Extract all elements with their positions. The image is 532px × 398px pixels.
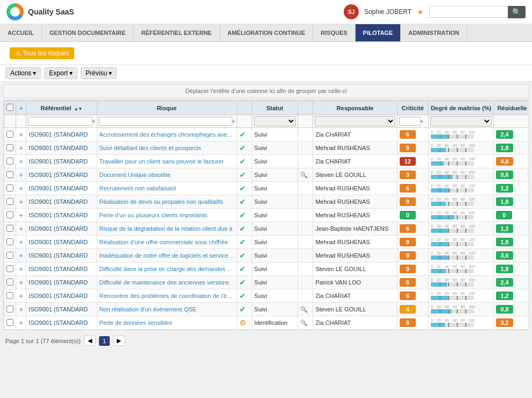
row-checkbox-0[interactable] [6,131,13,138]
filter-resp-select[interactable] [315,116,395,126]
filter-resid-cell [494,115,529,128]
export-button[interactable]: Export ▾ [44,67,77,79]
row-expand-4[interactable]: + [16,182,26,195]
th-residuelle: Résiduelle [494,101,529,115]
row-status-1: Suivi [252,141,297,155]
row-checkbox-4[interactable] [6,184,13,191]
nav-referentiel-externe[interactable]: RÉFÉRENTIEL EXTERNE [133,24,219,41]
row-expand-7[interactable]: + [16,222,26,236]
row-risk-13[interactable]: Non réalisation d'un événement QSE [97,303,237,316]
page-next-button[interactable]: ▶ [113,336,125,346]
row-expand-0[interactable]: + [16,128,26,141]
filter-statut-select[interactable]: Suivi Identification [254,116,296,126]
row-status-2: Suivi [252,155,297,168]
row-expand-13[interactable]: + [16,303,26,316]
magnifier-icon: 🔍 [300,319,308,326]
row-checkbox-14[interactable] [6,319,13,326]
check-icon: ✔ [239,157,246,166]
row-risk-10[interactable]: Difficulté dans la prise en charge des d… [97,262,237,276]
risk-badge[interactable]: ⚠ Tous les risques [10,47,74,59]
nav-gestion-doc[interactable]: GESTION DOCUMENTAIRE [42,24,134,41]
row-crit-4: 6 [397,182,428,195]
previsu-button[interactable]: Prévisu ▾ [81,67,117,79]
row-checkbox-12[interactable] [6,292,13,299]
row-maitrise-2: 020406080100 [428,155,493,168]
filter-crit-input[interactable] [399,117,421,126]
row-risk-1[interactable]: Suivi défaillant des clients et prospect… [97,141,237,155]
row-risk-11[interactable]: Difficulté de maintenance des anciennes … [97,276,237,289]
search-wrap: 🔍 [429,6,526,18]
sort-referentiel-icon[interactable]: ▲▼ [74,107,82,111]
row-checkbox-2[interactable] [6,158,13,165]
expand-all-icon[interactable]: + [19,105,23,111]
row-expand-6[interactable]: + [16,209,26,222]
row-risk-9[interactable]: Inadéquation de notre offre de logiciels… [97,249,237,262]
favorite-icon[interactable]: ★ [417,8,424,16]
row-risk-6[interactable]: Perte d'un ou plusieurs clients importan… [97,209,237,222]
row-risk-14[interactable]: Perte de données sensibles [97,316,237,330]
filter-maitrise-select[interactable] [430,116,492,126]
select-all-checkbox[interactable] [6,104,13,111]
search-button[interactable]: 🔍 [508,6,526,18]
row-risk-8[interactable]: Réalisation d'une offre commerciale sous… [97,236,237,249]
row-checkbox-13[interactable] [6,305,13,312]
row-checkbox-10[interactable] [6,265,13,272]
table-row: +ISO9001 (STANDARDDifficulté de maintena… [4,276,529,289]
check-icon: ✔ [239,305,246,314]
check-icon: ✔ [239,224,246,233]
row-expand-14[interactable]: + [16,316,26,330]
row-risk-7[interactable]: Risque de la dégradation de la relation … [97,222,237,236]
row-status-icon-1: ✔ [237,141,252,155]
row-expand-12[interactable]: + [16,289,26,303]
row-expand-10[interactable]: + [16,262,26,276]
row-risk-0[interactable]: Accroissement des échanges chronophages … [97,128,237,141]
row-maitrise-12: 020406080100 [428,289,493,303]
row-expand-1[interactable]: + [16,141,26,155]
nav-amelioration[interactable]: AMÉLIORATION CONTINUE [220,24,314,41]
row-checkbox-7[interactable] [6,225,13,232]
filter-risk-chevron[interactable]: ▾ [232,119,235,124]
filter-expand-cell [16,115,26,128]
nav-administration[interactable]: ADMINISTRATION [401,24,467,41]
row-checkbox-9[interactable] [6,252,13,259]
row-risk-5[interactable]: Réalisation de devis ou propales non qua… [97,195,237,209]
maitrise-track-1 [431,148,474,152]
row-maitrise-0: 020406080100 [428,128,493,141]
row-expand-2[interactable]: + [16,155,26,168]
row-expand-8[interactable]: + [16,236,26,249]
row-maitrise-13: 020406080100 [428,303,493,316]
row-risk-3[interactable]: Document Unique obsolète [97,168,237,182]
actions-button[interactable]: Actions ▾ [5,67,41,79]
th-responsable: Responsable [313,101,397,115]
search-input[interactable] [429,6,510,18]
row-risk-12[interactable]: Rencontrer des problèmes de coordination… [97,289,237,303]
row-checkbox-3[interactable] [6,171,13,178]
filter-risk-input[interactable] [99,117,232,126]
row-checkbox-5[interactable] [6,198,13,205]
row-expand-11[interactable]: + [16,276,26,289]
maitrise-fill-3 [431,175,452,179]
row-checkbox-6[interactable] [6,211,13,218]
filter-crit-chevron[interactable]: ▾ [421,119,423,124]
filter-ref-chevron[interactable]: ▾ [93,119,95,124]
row-checkbox-11[interactable] [6,279,13,286]
row-expand-5[interactable]: + [16,195,26,209]
nav-pilotage[interactable]: PILOTAGE [356,24,401,41]
row-crit-0: 6 [397,128,428,141]
page-prev-button[interactable]: ◀ [84,336,96,346]
row-expand-9[interactable]: + [16,249,26,262]
row-risk-2[interactable]: Travailler pour un client sans pouvoir l… [97,155,237,168]
row-risk-4[interactable]: Recrutement non satisfaisant [97,182,237,195]
page-1-button[interactable]: 1 [99,336,110,346]
row-status-3: Suivi [252,168,297,182]
nav-accueil[interactable]: ACCUEIL [0,24,42,41]
row-checkbox-8[interactable] [6,238,13,245]
row-checkbox-1[interactable] [6,144,13,151]
row-expand-3[interactable]: + [16,168,26,182]
criticite-badge-5: 9 [400,197,416,206]
nav-risques[interactable]: RISQUES [313,24,356,41]
residuel-badge-7: 1,2 [496,224,513,233]
row-crit-12: 6 [397,289,428,303]
filter-ref-input[interactable] [28,117,92,126]
row-status-8: Suivi [252,236,297,249]
